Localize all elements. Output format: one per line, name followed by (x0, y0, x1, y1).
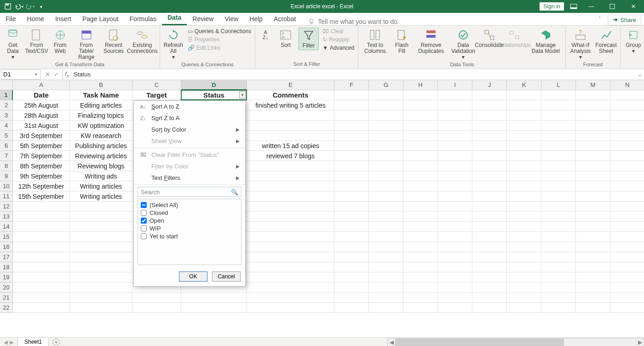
sheet-tab-sheet1[interactable]: Sheet1 (17, 337, 49, 346)
minimize-icon[interactable]: — (581, 0, 602, 13)
cell[interactable] (334, 303, 369, 313)
cell[interactable] (369, 303, 403, 313)
cell[interactable] (507, 90, 541, 100)
column-header[interactable]: I (438, 80, 472, 90)
cell[interactable] (13, 212, 70, 222)
cell[interactable]: Writing articles (70, 181, 132, 191)
cell[interactable] (369, 131, 403, 141)
filter-cancel-button[interactable]: Cancel (212, 271, 241, 282)
row-header[interactable]: 10 (0, 181, 13, 191)
cell[interactable] (610, 131, 644, 141)
cell[interactable] (472, 202, 507, 212)
filter-checkbox[interactable] (141, 233, 147, 239)
cell[interactable] (541, 110, 576, 121)
signin-button[interactable]: Sign in (540, 2, 564, 11)
cell[interactable] (576, 242, 610, 252)
cell[interactable] (610, 191, 644, 202)
cell[interactable] (70, 293, 132, 303)
cell[interactable]: 25th August (13, 100, 70, 110)
cell[interactable]: 31st August (13, 121, 70, 131)
row-header[interactable]: 21 (0, 293, 13, 303)
cell[interactable] (472, 131, 507, 141)
cell[interactable] (472, 272, 507, 283)
sort-za-item[interactable]: Z↓Sort Z to A (134, 112, 245, 124)
cell[interactable] (70, 283, 132, 293)
cell[interactable] (610, 151, 644, 161)
cell[interactable] (334, 202, 369, 212)
row-header[interactable]: 13 (0, 212, 13, 222)
cell[interactable] (438, 131, 472, 141)
row-header[interactable]: 11 (0, 191, 13, 202)
forecast-sheet-button[interactable]: Forecast Sheet (595, 28, 617, 55)
cell[interactable]: 8th September (13, 161, 70, 171)
name-box-dropdown-icon[interactable]: ▼ (34, 72, 38, 77)
cell[interactable] (247, 272, 334, 283)
tab-view[interactable]: View (219, 12, 244, 25)
remove-duplicates-button[interactable]: Remove Duplicates (414, 28, 448, 55)
filter-checkbox-item[interactable]: Yet to start (141, 232, 238, 240)
cell[interactable] (369, 262, 403, 272)
cell[interactable] (70, 212, 132, 222)
column-header[interactable]: G (369, 80, 403, 90)
cell[interactable] (472, 262, 507, 272)
cell[interactable] (472, 283, 507, 293)
cell[interactable] (541, 151, 576, 161)
tab-home[interactable]: Home (22, 12, 50, 25)
row-header[interactable]: 8 (0, 161, 13, 171)
cell[interactable] (576, 303, 610, 313)
cell[interactable] (610, 242, 644, 252)
cell[interactable] (438, 283, 472, 293)
cell[interactable] (403, 90, 438, 100)
cell[interactable]: KW optimization (70, 121, 132, 131)
cell[interactable] (507, 181, 541, 191)
cell[interactable] (438, 262, 472, 272)
cell[interactable] (403, 100, 438, 110)
row-header[interactable]: 16 (0, 242, 13, 252)
from-text-csv-button[interactable]: From Text/CSV (26, 28, 47, 55)
cell[interactable] (369, 191, 403, 202)
cell[interactable]: Target (132, 90, 181, 100)
cell[interactable]: Finalizing topics (70, 110, 132, 121)
hscroll-left-icon[interactable]: ◀ (388, 339, 395, 346)
cell[interactable] (610, 202, 644, 212)
cell[interactable] (576, 252, 610, 262)
cell[interactable] (403, 242, 438, 252)
cell[interactable] (507, 100, 541, 110)
cell[interactable] (507, 141, 541, 151)
sheet-nav-next-icon[interactable]: ▶ (10, 339, 14, 346)
save-icon[interactable] (3, 1, 13, 12)
share-button[interactable]: Share (608, 15, 641, 25)
cell[interactable] (610, 161, 644, 171)
cell[interactable] (541, 232, 576, 242)
cell[interactable] (576, 212, 610, 222)
cell[interactable] (334, 90, 369, 100)
refresh-all-button[interactable]: Refresh All▾ (163, 28, 184, 62)
cell[interactable] (13, 242, 70, 252)
cell[interactable] (334, 171, 369, 181)
cell[interactable] (610, 303, 644, 313)
cell[interactable] (576, 272, 610, 283)
cell[interactable] (507, 212, 541, 222)
cell[interactable] (472, 121, 507, 131)
cell[interactable] (70, 242, 132, 252)
cell[interactable] (438, 191, 472, 202)
cell[interactable] (334, 110, 369, 121)
cell[interactable] (369, 232, 403, 242)
cell[interactable] (403, 293, 438, 303)
cell[interactable] (334, 151, 369, 161)
cell[interactable] (334, 121, 369, 131)
cell[interactable] (403, 283, 438, 293)
text-filters-item[interactable]: Text Filters▶ (134, 172, 245, 184)
cell[interactable] (334, 191, 369, 202)
cell[interactable] (334, 212, 369, 222)
cell[interactable] (610, 232, 644, 242)
cell[interactable] (507, 262, 541, 272)
cell[interactable] (247, 303, 334, 313)
cell[interactable] (13, 232, 70, 242)
cell[interactable]: finished writing 5 articles (247, 100, 334, 110)
cell[interactable] (334, 242, 369, 252)
cell[interactable] (247, 252, 334, 262)
cell[interactable] (369, 90, 403, 100)
column-header[interactable]: B (70, 80, 132, 90)
cell[interactable] (541, 161, 576, 171)
